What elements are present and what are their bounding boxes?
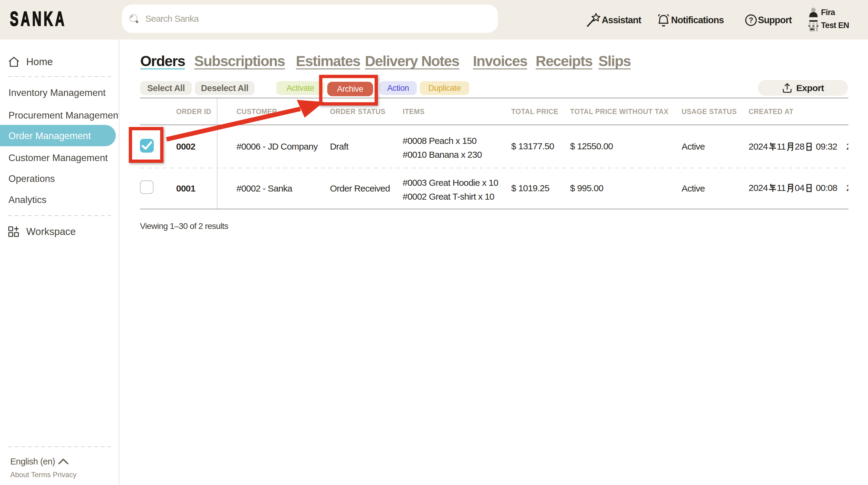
svg-text:?: ? — [749, 16, 753, 24]
